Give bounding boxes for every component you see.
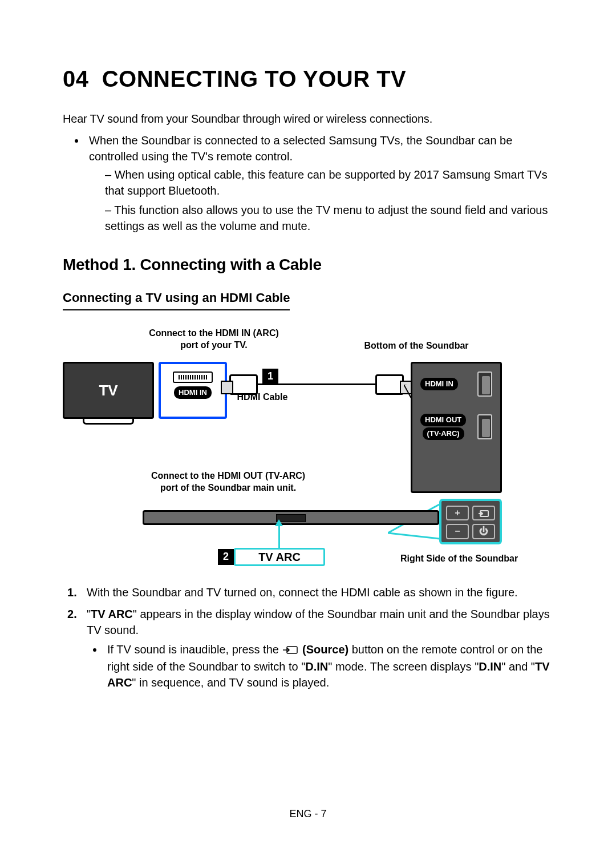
tv-arc-sub-pill: (TV-ARC) [423,427,464,440]
step-1-text: With the Soundbar and TV turned on, conn… [87,586,518,599]
dash-list: When using optical cable, this feature c… [89,167,559,234]
method-heading: Method 1. Connecting with a Cable [63,253,559,276]
soundbar-body [143,510,439,525]
power-icon: ⏻ [472,524,495,539]
chapter-title: CONNECTING TO YOUR TV [102,66,407,91]
hdmi-slot-icon [173,371,213,383]
page-footer: ENG - 7 [0,807,616,821]
label-connect-soundbar: Connect to the HDMI OUT (TV-ARC) port of… [143,470,314,494]
top-bullet-text: When the Soundbar is connected to a sele… [89,134,512,163]
source-icon [472,506,495,520]
hdmi-out-pill: HDMI OUT [420,414,466,426]
soundbar-back-panel: HDMI IN HDMI OUT (TV-ARC) [411,362,502,493]
dash-item-2: This function also allows you to use the… [105,202,559,234]
hdmi-in-pill: HDMI IN [420,378,458,390]
step-2-sublist: If TV sound is inaudible, press the (Sou… [87,641,559,690]
hdmi-out-port-icon [477,414,492,439]
top-bullet-list: When the Soundbar is connected to a sele… [63,132,559,234]
tv-arc-pointer [278,525,280,550]
instruction-steps: With the Soundbar and TV turned on, conn… [63,584,559,690]
svg-line-4 [388,533,439,539]
hdmi-plug-right-icon [375,374,404,395]
label-connect-tv: Connect to the HDMI IN (ARC) port of you… [148,328,279,352]
chapter-heading: 04 CONNECTING TO YOUR TV [63,63,559,95]
arc-sub: (ARC) [183,399,204,409]
step-2: "TV ARC" appears in the display window o… [80,606,559,690]
dash-item-1: When using optical cable, this feature c… [105,167,559,199]
label-bottom-soundbar: Bottom of the Soundbar [359,340,473,352]
tv-illustration: TV [63,362,154,419]
chapter-number: 04 [63,66,89,91]
step-2-text: "TV ARC" appears in the display window o… [87,608,550,636]
tv-stand [83,419,134,425]
label-right-side: Right Side of the Soundbar [394,553,525,565]
step-badge-1: 1 [262,369,278,385]
top-bullet: When the Soundbar is connected to a sele… [86,132,559,234]
tv-label: TV [99,380,117,401]
hdmi-in-arc-pill: HDMI IN [174,386,212,399]
sub-heading: Connecting a TV using an HDMI Cable [63,289,290,310]
connection-diagram: Connect to the HDMI IN (ARC) port of you… [63,328,559,567]
tv-arc-display: TV ARC [234,548,325,566]
source-inline-icon [283,643,298,659]
intro-text: Hear TV sound from your Soundbar through… [63,111,559,127]
step-1: With the Soundbar and TV turned on, conn… [80,584,559,600]
step-2-sub: If TV sound is inaudible, press the (Sou… [104,641,559,690]
hdmi-in-arc-port: HDMI IN (ARC) [159,362,227,419]
step-badge-2: 2 [218,549,234,565]
hdmi-in-port-icon [477,371,492,397]
label-hdmi-cable: HDMI Cable [234,391,291,403]
